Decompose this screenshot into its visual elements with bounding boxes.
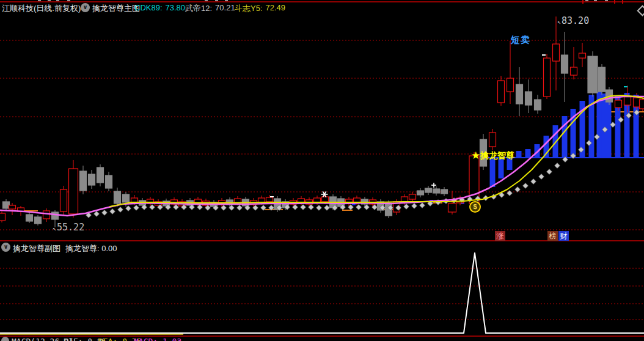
low-price-label: ↖55.22 [53, 222, 84, 233]
high-price-label: ↖83.20 [557, 15, 589, 26]
macd-value: MACD: 1.03 [134, 337, 181, 341]
chevron-down-icon[interactable]: ∨ [1, 243, 10, 252]
short-sell-label: 短卖 [511, 34, 530, 46]
tag-bang: 榜 [547, 231, 558, 241]
arrow-up-left-icon: ↖ [557, 18, 561, 25]
chevron-down-icon[interactable]: ∨ [81, 3, 90, 12]
main-chart-svg[interactable] [0, 0, 644, 341]
sub-indicator-value: 擒龙智尊: 0.00 [65, 243, 117, 254]
stock-title: 江顺科技(日线.前复权) [2, 3, 81, 14]
metric-wudi12: 武帝12:70.21 [185, 3, 235, 14]
chevron-circle-icon [1, 337, 9, 341]
money-bag-icon: $ [469, 201, 481, 213]
stock-chart-window: 江顺科技(日线.前复权) ∨ 擒龙智尊主图 CDK89:73.80 武帝12:7… [0, 0, 644, 341]
tag-cai: 财 [558, 231, 569, 241]
arrow-up-left-icon: ↖ [53, 225, 56, 232]
main-indicator-title[interactable]: 擒龙智尊主图 [92, 3, 140, 14]
tag-zhang: 涨 [495, 231, 505, 241]
star-icon: ★ [471, 150, 480, 161]
sub-indicator-title[interactable]: 擒龙智尊副图 [13, 243, 60, 254]
metric-douzhiy5: 斗志Y5:72.49 [235, 3, 285, 14]
buy-signal-label: ★擒龙智尊 [471, 149, 514, 162]
metric-cdk89: CDK89:73.80 [134, 3, 185, 12]
macd-strip-clipped: MACD(12.26.9) DIF: 0.85 DEA: 0.75 MACD: … [0, 337, 644, 341]
